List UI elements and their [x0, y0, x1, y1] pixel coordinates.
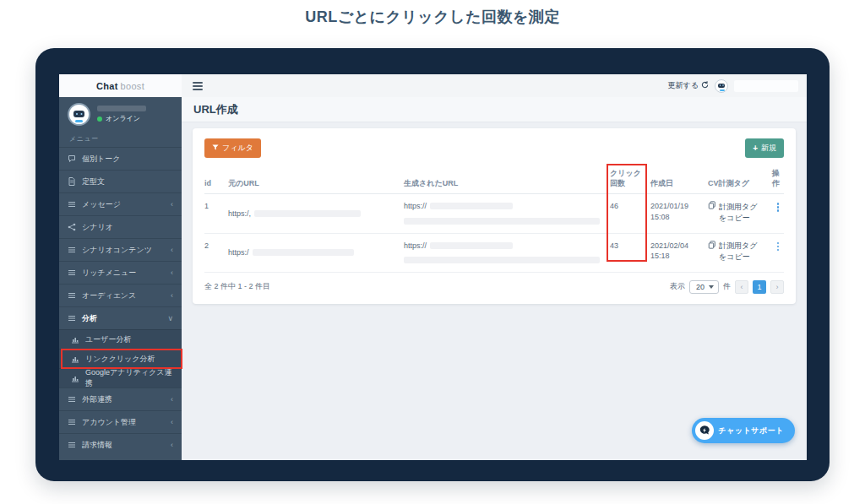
col-actions: 操作 — [772, 169, 784, 188]
page-title: URL作成 — [193, 102, 238, 117]
copy-icon — [708, 241, 716, 252]
redacted-url-blur — [430, 203, 513, 209]
app-window: Chat boost 更新する — [59, 74, 807, 460]
plus-icon: + — [753, 144, 758, 153]
document-icon — [68, 177, 76, 186]
menu-lines-icon — [68, 418, 76, 426]
main-content: URL作成 フィルタ + 新規 — [182, 97, 807, 460]
row-actions-kebab-icon[interactable] — [772, 201, 784, 225]
table-row: 1 https:/, https:// 46 — [204, 194, 784, 233]
cell-generated-url: https:// — [404, 201, 603, 225]
menu-lines-icon — [68, 314, 76, 322]
menu-lines-icon — [68, 395, 76, 404]
unit-label: 件 — [723, 281, 731, 292]
profile-name-redacted — [97, 106, 146, 111]
menu-lines-icon — [68, 441, 76, 449]
sidebar-item-individual-talk[interactable]: 個別トーク — [59, 147, 182, 170]
sidebar: オンライン メニュー 個別トーク 定型文 メッセージ — [59, 97, 182, 460]
cell-created: 2021/01/19 15:08 — [650, 201, 701, 225]
prev-page-button[interactable]: ‹ — [735, 280, 748, 294]
sidebar-item-account-management[interactable]: アカウント管理 ‹ — [59, 410, 182, 433]
col-created-date: 作成日 — [650, 179, 701, 189]
device-frame: Chat boost 更新する — [35, 48, 830, 481]
online-status-label: オンライン — [106, 114, 140, 123]
chevron-down-icon — [709, 285, 714, 289]
table-footer: 全 2 件中 1 - 2 件目 表示 20 件 ‹ 1 › — [204, 273, 784, 294]
menu-lines-icon — [68, 246, 76, 254]
menu-lines-icon — [68, 200, 76, 209]
menu-section-label: メニュー — [59, 130, 182, 147]
sidebar-item-external-integration[interactable]: 外部連携 ‹ — [59, 387, 182, 410]
sidebar-item-messages[interactable]: メッセージ ‹ — [59, 192, 182, 215]
sidebar-item-scenario[interactable]: シナリオ — [59, 215, 182, 238]
cell-source-url: https:/, — [228, 201, 397, 225]
cv-tag-copy-button[interactable]: 計測用タグ をコピー — [708, 241, 765, 265]
page-1-button[interactable]: 1 — [753, 280, 766, 294]
sidebar-item-link-click-analysis[interactable]: リンククリック分析 — [59, 349, 182, 368]
header-avatar[interactable] — [715, 79, 728, 93]
bar-chart-icon — [71, 374, 79, 382]
user-name-redacted — [734, 80, 798, 92]
redacted-url-blur — [404, 257, 600, 263]
sidebar-item-templates[interactable]: 定型文 — [59, 170, 182, 192]
refresh-label: 更新する — [668, 80, 699, 91]
row-actions-kebab-icon[interactable] — [772, 241, 784, 265]
sidebar-item-billing-info[interactable]: 請求情報 ‹ — [59, 433, 182, 456]
cell-click-count: 43 — [610, 241, 644, 265]
funnel-icon — [212, 144, 219, 153]
cv-tag-copy-button[interactable]: 計測用タグ をコピー — [708, 201, 765, 225]
header-bar: 更新する — [182, 74, 807, 97]
menu-lines-icon — [68, 268, 76, 277]
cell-id: 1 — [204, 201, 221, 225]
redacted-url-blur — [404, 218, 600, 225]
cell-id: 2 — [204, 241, 221, 265]
col-cv-tag: CV計測タグ — [708, 179, 765, 189]
logo-text-secondary: boost — [121, 81, 144, 91]
refresh-button[interactable]: 更新する — [668, 80, 709, 91]
sidebar-item-rich-menu[interactable]: リッチメニュー ‹ — [59, 261, 182, 284]
redacted-url-blur — [253, 249, 354, 256]
new-button[interactable]: + 新規 — [745, 138, 784, 158]
sidebar-item-google-analytics[interactable]: Googleアナリティクス連携 — [59, 368, 182, 387]
redacted-url-blur — [254, 210, 361, 217]
sidebar-item-audience[interactable]: オーディエンス ‹ — [59, 284, 182, 306]
copy-icon — [708, 201, 716, 212]
avatar — [68, 103, 90, 126]
result-summary: 全 2 件中 1 - 2 件目 — [204, 281, 270, 292]
hamburger-icon[interactable] — [193, 82, 203, 90]
app-logo: Chat boost — [59, 74, 182, 97]
chat-bubble-icon — [68, 154, 76, 163]
sidebar-item-analysis[interactable]: 分析 ∨ — [59, 306, 182, 329]
col-generated-url: 生成されたURL — [404, 179, 603, 189]
online-status-dot — [97, 117, 102, 122]
cell-source-url: https:/ — [228, 241, 397, 265]
refresh-icon — [701, 81, 709, 90]
bar-chart-icon — [71, 355, 79, 363]
cell-generated-url: https:// — [404, 241, 603, 265]
show-label: 表示 — [670, 281, 685, 292]
sidebar-item-user-analysis[interactable]: ユーザー分析 — [59, 329, 182, 349]
content-header: URL作成 — [182, 97, 807, 122]
next-page-button[interactable]: › — [770, 280, 784, 294]
flow-icon — [68, 223, 76, 231]
app-header: Chat boost 更新する — [59, 74, 807, 97]
page-heading: URLごとにクリックした回数を測定 — [0, 7, 865, 27]
filter-button[interactable]: フィルタ — [204, 138, 261, 158]
sidebar-item-scenario-contents[interactable]: シナリオコンテンツ ‹ — [59, 238, 182, 261]
redacted-url-blur — [430, 242, 513, 249]
chat-support-button[interactable]: チャットサポート — [692, 418, 795, 443]
col-id: id — [204, 179, 221, 189]
table-row: 2 https:/ https:// 43 — [204, 234, 784, 273]
col-source-url: 元のURL — [228, 179, 397, 189]
chat-support-icon — [695, 421, 714, 440]
url-table-card: フィルタ + 新規 id 元のURL 生成されたURL クリック回数 作成日 — [193, 128, 796, 304]
cell-created: 2021/02/04 15:18 — [650, 241, 701, 265]
menu-lines-icon — [68, 291, 76, 300]
sidebar-profile: オンライン — [59, 97, 182, 130]
col-click-count: クリック回数 — [610, 169, 644, 188]
table-header: id 元のURL 生成されたURL クリック回数 作成日 CV計測タグ 操作 — [204, 166, 784, 194]
logo-text-primary: Chat — [96, 81, 118, 91]
bar-chart-icon — [71, 335, 79, 344]
cell-click-count: 46 — [610, 201, 644, 225]
per-page-select[interactable]: 20 — [689, 280, 719, 294]
